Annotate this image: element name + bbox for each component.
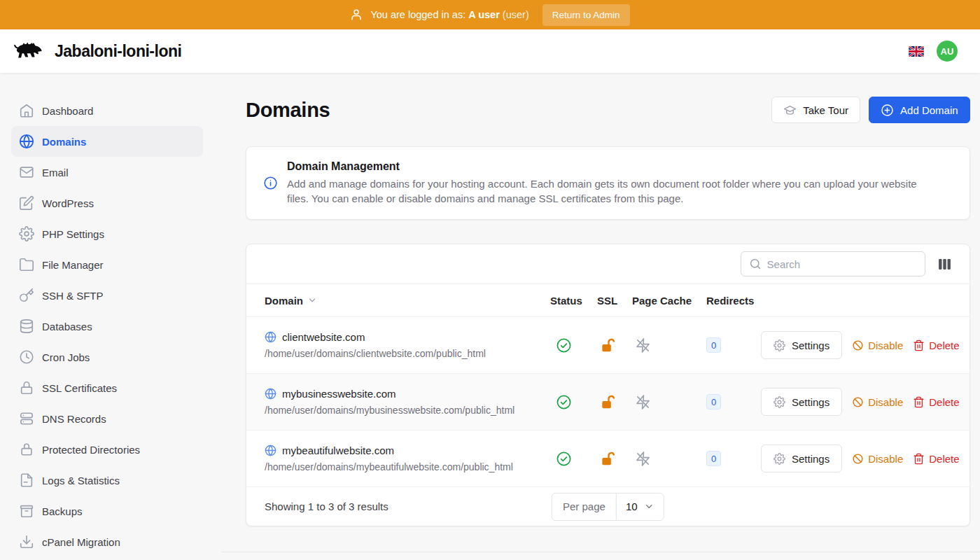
- gear-icon: [774, 340, 785, 351]
- footer-divider: [221, 552, 980, 552]
- settings-button[interactable]: Settings: [761, 388, 842, 416]
- page-cache-off-icon[interactable]: [632, 337, 706, 354]
- take-tour-button[interactable]: Take Tour: [771, 97, 860, 123]
- archive-icon: [19, 503, 34, 519]
- domain-cell: mybeautifulwebsite.com /home/user/domain…: [265, 444, 550, 472]
- ssl-unlocked-icon[interactable]: [597, 394, 632, 410]
- ssl-unlocked-icon[interactable]: [597, 337, 632, 354]
- settings-button[interactable]: Settings: [761, 331, 842, 359]
- uk-flag-icon[interactable]: [909, 46, 924, 57]
- search-icon: [749, 258, 762, 270]
- sidebar-item-logs-statistics[interactable]: Logs & Statistics: [11, 465, 203, 496]
- domain-name[interactable]: mybusinesswebsite.com: [282, 388, 396, 400]
- sidebar-item-ssh-sftp[interactable]: SSH & SFTP: [11, 280, 203, 311]
- sidebar-item-label: Databases: [42, 321, 92, 332]
- columns-toggle-button[interactable]: [937, 256, 953, 272]
- table-footer: Showing 1 to 3 of 3 results Per page 10: [246, 487, 969, 526]
- domain-name[interactable]: clientwebsite.com: [282, 331, 365, 343]
- banner-user-name: A user: [468, 9, 500, 20]
- per-page-value: 10: [626, 500, 638, 512]
- sidebar-item-label: Email: [42, 167, 69, 178]
- settings-button[interactable]: Settings: [761, 444, 842, 472]
- key-icon: [19, 288, 34, 303]
- globe-icon: [265, 331, 276, 343]
- per-page-select[interactable]: Per page 10: [552, 493, 664, 521]
- sidebar-item-label: Dashboard: [42, 105, 93, 117]
- status-enabled-icon: [550, 451, 597, 467]
- delete-button[interactable]: Delete: [913, 396, 959, 408]
- sidebar-item-label: DNS Records: [42, 413, 106, 425]
- banner-user-role: (user): [503, 9, 529, 20]
- page-cache-off-icon[interactable]: [632, 394, 706, 410]
- info-box: Domain Management Add and manage domains…: [246, 146, 970, 220]
- brand[interactable]: Jabaloni-loni-loni: [11, 38, 181, 64]
- sidebar-item-cpanel-migration[interactable]: cPanel Migration: [11, 526, 203, 557]
- trash-icon: [913, 453, 925, 465]
- search-input-wrapper: [741, 251, 925, 276]
- folder-icon: [19, 257, 34, 272]
- table-row: clientwebsite.com /home/user/domains/cli…: [246, 317, 969, 374]
- redirects-count-badge[interactable]: 0: [706, 451, 721, 466]
- sidebar-item-label: cPanel Migration: [42, 536, 120, 548]
- home-icon: [19, 103, 34, 118]
- search-input[interactable]: [767, 258, 917, 270]
- sidebar-item-label: SSH & SFTP: [42, 290, 104, 302]
- redirects-count-badge[interactable]: 0: [706, 337, 721, 353]
- sidebar-item-label: Protected Directories: [42, 444, 140, 456]
- ban-icon: [852, 396, 864, 408]
- database-icon: [19, 318, 34, 334]
- sidebar-item-protected-directories[interactable]: Protected Directories: [11, 434, 203, 465]
- sidebar-item-ssl-certificates[interactable]: SSL Certificates: [11, 372, 203, 403]
- document-root-path: /home/user/domains/mybeautifulwebsite.co…: [265, 461, 550, 472]
- column-header-ssl: SSL: [597, 295, 632, 307]
- domains-table-card: Domain Status SSL Page Cache Redirects c…: [246, 244, 970, 526]
- delete-button[interactable]: Delete: [913, 453, 959, 465]
- sidebar-item-label: Backups: [42, 505, 83, 517]
- sidebar-item-label: SSL Certificates: [42, 382, 117, 394]
- domain-name[interactable]: mybeautifulwebsite.com: [282, 444, 394, 456]
- impersonation-banner: You are logged in as: A user (user) Retu…: [0, 0, 980, 29]
- domain-cell: mybusinesswebsite.com /home/user/domains…: [265, 388, 550, 416]
- sidebar-item-databases[interactable]: Databases: [11, 311, 203, 342]
- sidebar-item-cron-jobs[interactable]: Cron Jobs: [11, 342, 203, 372]
- page-title: Domains: [246, 99, 330, 122]
- sidebar-item-label: File Manager: [42, 259, 104, 271]
- add-domain-button[interactable]: Add Domain: [869, 97, 970, 123]
- mail-icon: [19, 164, 34, 180]
- sidebar-item-wordpress[interactable]: WordPress: [11, 188, 203, 218]
- status-enabled-icon: [550, 394, 597, 410]
- avatar[interactable]: AU: [937, 41, 958, 62]
- column-header-redirects: Redirects: [706, 295, 761, 307]
- column-header-domain[interactable]: Domain: [265, 295, 550, 307]
- sidebar-item-dashboard[interactable]: Dashboard: [11, 95, 203, 126]
- globe-icon: [265, 388, 276, 400]
- page-cache-off-icon[interactable]: [632, 451, 706, 467]
- redirects-count-badge[interactable]: 0: [706, 394, 721, 410]
- sidebar-item-php-settings[interactable]: PHP Settings: [11, 218, 203, 249]
- sidebar-item-domains[interactable]: Domains: [11, 126, 203, 157]
- disable-button[interactable]: Disable: [852, 396, 903, 408]
- clock-icon: [19, 349, 34, 365]
- plus-circle-icon: [881, 104, 894, 117]
- table-header-row: Domain Status SSL Page Cache Redirects: [246, 284, 969, 317]
- trash-icon: [913, 340, 925, 351]
- gear-icon: [774, 453, 785, 465]
- lock-icon: [19, 380, 34, 396]
- disable-button[interactable]: Disable: [852, 453, 903, 465]
- sidebar-item-backups[interactable]: Backups: [11, 496, 203, 526]
- return-to-admin-button[interactable]: Return to Admin: [542, 4, 630, 26]
- chevron-down-icon: [307, 295, 317, 305]
- gear-icon: [19, 226, 34, 241]
- sidebar-item-file-manager[interactable]: File Manager: [11, 249, 203, 280]
- column-header-status: Status: [550, 295, 597, 307]
- boar-logo-icon: [11, 38, 46, 64]
- sidebar-item-dns-records[interactable]: DNS Records: [11, 403, 203, 434]
- ssl-unlocked-icon[interactable]: [597, 451, 632, 467]
- disable-button[interactable]: Disable: [852, 340, 903, 351]
- lock-icon: [19, 442, 34, 457]
- sidebar-item-email[interactable]: Email: [11, 157, 203, 188]
- info-icon: [263, 176, 278, 190]
- table-row: mybeautifulwebsite.com /home/user/domain…: [246, 430, 969, 487]
- graduation-cap-icon: [783, 104, 797, 117]
- delete-button[interactable]: Delete: [913, 340, 959, 351]
